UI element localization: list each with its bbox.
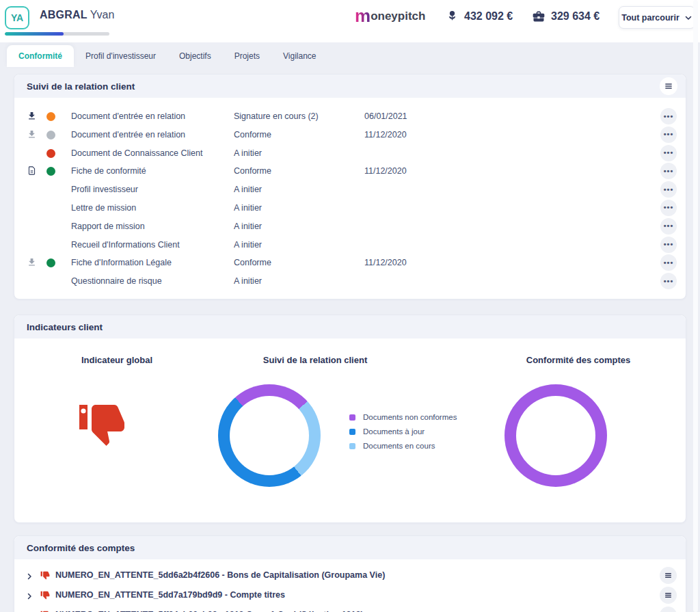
moneypitch-logo: m oneypitch [355,8,425,23]
row-actions-button[interactable]: ••• [660,127,677,143]
ellipsis-icon: ••• [664,149,674,157]
hamburger-icon [664,591,673,600]
donut-hole [230,396,309,475]
accounts-indicator-heading: Conformité des comptes [500,355,657,365]
table-row: Recueil d'Informations Client A initier … [14,236,686,254]
document-label[interactable]: Recueil d'Informations Client [71,240,180,250]
relation-indicator-heading: Suivi de la relation client [237,355,394,365]
row-actions-button[interactable]: ••• [660,145,677,161]
ellipsis-icon: ••• [664,278,674,285]
top-bar: YA ABGRAL Yvan m oneypitch 432 092 € 329… [0,0,700,42]
tab-projets[interactable]: Projets [223,45,271,67]
donut-legend: Documents non conformes Documents à jour… [349,413,457,450]
ellipsis-icon: ••• [664,241,674,248]
document-label[interactable]: Document d'entrée en relation [71,130,185,139]
download-icon[interactable] [27,257,37,270]
page-scrollbar[interactable] [693,0,698,612]
wealth-total: 432 092 € [446,10,513,23]
document-label[interactable]: Profil investisseur [71,185,138,194]
chevron-right-icon[interactable] [25,591,33,603]
seedling-coin-icon [446,10,459,23]
table-row: Document de Connaissance Client A initie… [14,144,686,163]
relation-panel: Suivi de la relation client Document d'e… [14,74,686,300]
chevron-down-icon [684,14,692,22]
browse-all-button[interactable]: Tout parcourir [619,6,695,29]
panel-menu-button[interactable] [660,77,677,95]
legend-label: Documents non conformes [363,413,457,421]
account-label[interactable]: NUMERO_EN_ATTENTE_5dd7a179bd9d9 - Compte… [55,590,285,600]
hamburger-icon [664,571,673,580]
document-label[interactable]: Rapport de mission [71,222,145,231]
document-status: Signature en cours (2) [234,111,319,121]
document-label[interactable]: Document d'entrée en relation [71,111,185,121]
relation-donut-chart [218,384,321,487]
document-file-icon[interactable] [27,165,37,178]
status-dot [46,131,55,139]
wealth-amount: 432 092 € [464,10,513,23]
indicators-panel-header: Indicateurs client [14,315,686,338]
accounts-panel: Conformité des comptes NUMERO_EN_ATTENTE… [14,535,686,612]
row-actions-button[interactable]: ••• [660,254,677,271]
ellipsis-icon: ••• [664,168,674,175]
account-label[interactable]: NUMERO_EN_ATTENTE_5dd6a2b4f2606 - Bons d… [55,570,385,580]
download-icon[interactable] [27,111,37,124]
thumb-down-icon [40,590,50,602]
legend-label: Documents à jour [363,427,425,436]
document-date: 11/12/2020 [364,258,407,267]
document-status: A initier [234,222,262,231]
account-menu-button[interactable] [660,567,677,584]
chevron-right-icon[interactable] [25,571,33,583]
table-row: Fiche d'Information Légale Conforme 11/1… [14,254,686,272]
row-actions-button[interactable]: ••• [660,237,677,253]
tab-vigilance[interactable]: Vigilance [271,45,327,67]
row-actions-button[interactable]: ••• [660,273,677,289]
account-row: NUMERO_EN_ATTENTE_5dd6a2b4f2606 - Bons d… [14,566,686,585]
tab-profil-investisseur[interactable]: Profil d'investisseur [74,45,167,67]
document-label[interactable]: Fiche de conformité [71,166,146,176]
ellipsis-icon: ••• [664,131,674,138]
document-date: 06/01/2021 [364,111,407,121]
tab-conformite[interactable]: Conformité [7,45,74,67]
tab-objectifs[interactable]: Objectifs [167,45,223,67]
account-menu-button[interactable] [660,587,677,604]
document-date: 11/12/2020 [364,166,407,176]
table-row: Questionnaire de risque A initier ••• [14,272,686,291]
row-actions-button[interactable]: ••• [660,200,677,216]
ellipsis-icon: ••• [664,186,674,194]
document-label[interactable]: Lettre de mission [71,203,136,213]
avatar[interactable]: YA [5,6,29,29]
row-actions-button[interactable]: ••• [660,218,677,235]
financial-amount: 329 634 € [551,10,600,23]
indicators-panel: Indicateurs client Indicateur global Sui… [14,315,686,523]
document-label[interactable]: Questionnaire de risque [71,276,162,286]
profile-completion-fill [5,32,64,36]
row-actions-button[interactable]: ••• [660,163,677,179]
row-actions-button[interactable]: ••• [660,181,677,198]
tab-bar: Conformité Profil d'investisseur Objecti… [7,45,328,67]
document-date: 11/12/2020 [364,130,407,139]
table-row: Document d'entrée en relation Conforme 1… [14,126,686,144]
indicators-panel-title: Indicateurs client [27,322,103,332]
document-label[interactable]: Fiche d'Information Légale [71,258,172,267]
row-actions-button[interactable]: ••• [660,108,677,124]
table-row: Profil investisseur A initier ••• [14,181,686,199]
download-icon[interactable] [27,129,37,142]
document-label[interactable]: Document de Connaissance Client [71,148,202,158]
relation-panel-header: Suivi de la relation client [14,75,686,98]
thumb-down-icon [77,399,126,451]
document-status: A initier [234,148,262,158]
legend-swatch-en-cours [349,443,355,449]
legend-item: Documents non conformes [349,413,457,421]
status-dot [46,149,55,158]
account-menu-button[interactable] [660,607,677,612]
document-status: A initier [234,203,262,213]
table-row: Document d'entrée en relation Signature … [14,107,686,126]
ellipsis-icon: ••• [664,259,674,267]
thumb-down-icon [40,570,50,583]
ellipsis-icon: ••• [664,222,674,230]
global-indicator-heading: Indicateur global [52,355,182,365]
accounts-panel-title: Conformité des comptes [27,543,135,553]
accounts-panel-header: Conformité des comptes [14,536,686,559]
legend-swatch-non-conformes [349,414,355,421]
client-first-name: Yvan [90,9,115,21]
